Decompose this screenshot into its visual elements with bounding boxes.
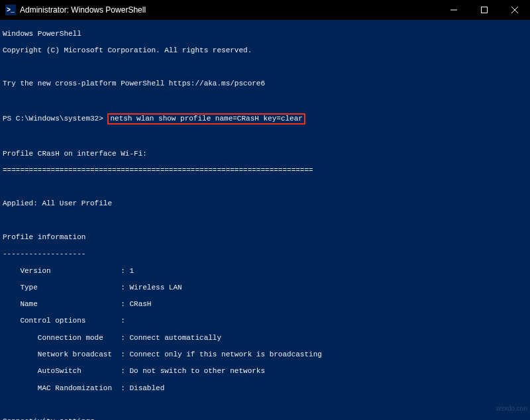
output-line: ------------------- [3, 250, 527, 258]
output-line: Profile CRasH on interface Wi-Fi: [3, 150, 527, 158]
output-line [3, 63, 527, 72]
output-line [3, 217, 527, 225]
prompt-line: PS C:\Windows\system32> netsh wlan show … [3, 113, 527, 125]
output-line [3, 132, 527, 141]
section-title: Connectivity settings [3, 417, 527, 420]
section-title: Profile information [3, 233, 527, 242]
window-controls [439, 0, 530, 20]
window-titlebar: >_ Administrator: Windows PowerShell [0, 0, 530, 20]
output-line: Copyright (C) Microsoft Corporation. All… [3, 46, 527, 55]
highlighted-command: netsh wlan show profile name=CRasH key=c… [107, 113, 305, 125]
svg-rect-1 [482, 7, 488, 13]
close-button[interactable] [500, 0, 530, 20]
output-line: ========================================… [3, 166, 527, 175]
output-line [3, 97, 527, 105]
output-line: AutoSwitch : Do not switch to other netw… [3, 367, 527, 376]
watermark: wsxdo.con [496, 405, 527, 413]
output-line: Control options : [3, 317, 527, 325]
prompt-prefix: PS C:\Windows\system32> [3, 115, 107, 123]
output-line: Version : 1 [3, 267, 527, 276]
output-line: MAC Randomization : Disabled [3, 384, 527, 393]
output-line: Connection mode : Connect automatically [3, 334, 527, 342]
output-line: Windows PowerShell [3, 30, 527, 38]
minimize-button[interactable] [439, 0, 469, 20]
output-line: Applied: All User Profile [3, 199, 527, 208]
window-title: Administrator: Windows PowerShell [20, 5, 146, 15]
output-line: Name : CRasH [3, 300, 527, 309]
output-line: Try the new cross-platform PowerShell ht… [3, 79, 527, 88]
output-line [3, 183, 527, 191]
output-line [3, 401, 527, 409]
powershell-icon: >_ [5, 5, 16, 15]
output-line: Network broadcast : Connect only if this… [3, 350, 527, 359]
terminal-body[interactable]: Windows PowerShell Copyright (C) Microso… [0, 20, 530, 420]
output-line: Type : Wireless LAN [3, 284, 527, 292]
maximize-button[interactable] [469, 0, 500, 20]
titlebar-left: >_ Administrator: Windows PowerShell [5, 5, 146, 15]
